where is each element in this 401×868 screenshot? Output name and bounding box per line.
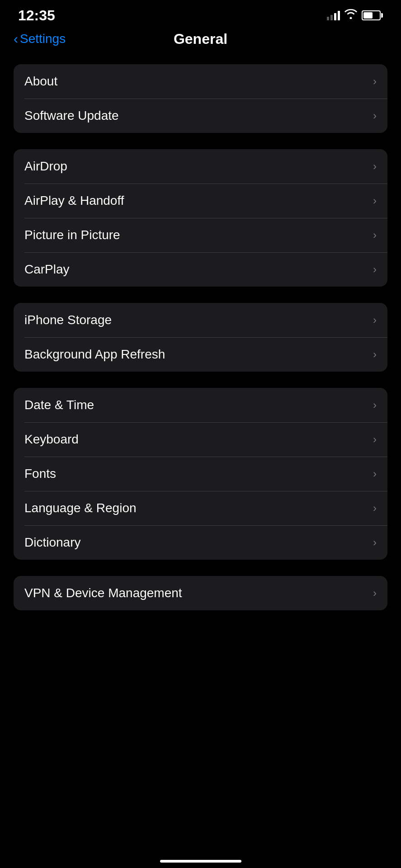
settings-row-iphone-storage[interactable]: iPhone Storage › bbox=[14, 303, 387, 337]
status-time: 12:35 bbox=[18, 7, 55, 24]
background-app-refresh-label: Background App Refresh bbox=[24, 347, 165, 362]
settings-row-background-app-refresh[interactable]: Background App Refresh › bbox=[14, 337, 387, 372]
dictionary-chevron-icon: › bbox=[373, 536, 377, 549]
keyboard-label: Keyboard bbox=[24, 432, 79, 447]
settings-row-airdrop[interactable]: AirDrop › bbox=[14, 149, 387, 184]
settings-row-about[interactable]: About › bbox=[14, 64, 387, 99]
settings-group-5: VPN & Device Management › bbox=[14, 576, 387, 610]
about-chevron-icon: › bbox=[373, 75, 377, 88]
nav-bar: ‹ Settings General bbox=[0, 27, 401, 55]
settings-row-fonts[interactable]: Fonts › bbox=[14, 457, 387, 491]
status-bar: 12:35 bbox=[0, 0, 401, 27]
background-app-refresh-chevron-icon: › bbox=[373, 348, 377, 361]
fonts-label: Fonts bbox=[24, 467, 56, 481]
wifi-icon bbox=[344, 9, 357, 22]
airdrop-chevron-icon: › bbox=[373, 160, 377, 173]
carplay-label: CarPlay bbox=[24, 262, 70, 277]
settings-row-dictionary[interactable]: Dictionary › bbox=[14, 525, 387, 560]
dictionary-label: Dictionary bbox=[24, 535, 80, 550]
settings-row-picture-in-picture[interactable]: Picture in Picture › bbox=[14, 218, 387, 252]
picture-in-picture-chevron-icon: › bbox=[373, 229, 377, 241]
settings-content: About › Software Update › AirDrop › AirP… bbox=[0, 55, 401, 619]
home-indicator bbox=[160, 860, 241, 863]
date-time-label: Date & Time bbox=[24, 398, 94, 412]
picture-in-picture-label: Picture in Picture bbox=[24, 228, 120, 242]
settings-group-4: Date & Time › Keyboard › Fonts › Languag… bbox=[14, 388, 387, 560]
carplay-chevron-icon: › bbox=[373, 263, 377, 276]
back-button[interactable]: ‹ Settings bbox=[14, 32, 66, 46]
settings-row-language-region[interactable]: Language & Region › bbox=[14, 491, 387, 525]
language-region-label: Language & Region bbox=[24, 501, 137, 515]
iphone-storage-label: iPhone Storage bbox=[24, 313, 112, 327]
settings-group-3: iPhone Storage › Background App Refresh … bbox=[14, 303, 387, 372]
keyboard-chevron-icon: › bbox=[373, 433, 377, 446]
back-label: Settings bbox=[20, 32, 66, 46]
vpn-device-management-label: VPN & Device Management bbox=[24, 586, 182, 600]
settings-group-1: About › Software Update › bbox=[14, 64, 387, 133]
software-update-chevron-icon: › bbox=[373, 109, 377, 122]
settings-row-keyboard[interactable]: Keyboard › bbox=[14, 422, 387, 457]
settings-row-carplay[interactable]: CarPlay › bbox=[14, 252, 387, 287]
signal-icon bbox=[327, 10, 340, 20]
settings-row-airplay-handoff[interactable]: AirPlay & Handoff › bbox=[14, 184, 387, 218]
page-title: General bbox=[174, 31, 227, 47]
airplay-handoff-label: AirPlay & Handoff bbox=[24, 193, 124, 208]
airplay-handoff-chevron-icon: › bbox=[373, 194, 377, 207]
date-time-chevron-icon: › bbox=[373, 399, 377, 411]
iphone-storage-chevron-icon: › bbox=[373, 314, 377, 326]
language-region-chevron-icon: › bbox=[373, 502, 377, 514]
settings-row-software-update[interactable]: Software Update › bbox=[14, 99, 387, 133]
settings-group-2: AirDrop › AirPlay & Handoff › Picture in… bbox=[14, 149, 387, 287]
status-icons bbox=[327, 9, 383, 22]
back-chevron-icon: ‹ bbox=[14, 32, 18, 46]
vpn-device-management-chevron-icon: › bbox=[373, 587, 377, 599]
settings-row-vpn-device-management[interactable]: VPN & Device Management › bbox=[14, 576, 387, 610]
airdrop-label: AirDrop bbox=[24, 159, 67, 174]
fonts-chevron-icon: › bbox=[373, 467, 377, 480]
about-label: About bbox=[24, 74, 57, 89]
battery-icon bbox=[362, 10, 383, 20]
software-update-label: Software Update bbox=[24, 108, 119, 123]
settings-row-date-time[interactable]: Date & Time › bbox=[14, 388, 387, 422]
